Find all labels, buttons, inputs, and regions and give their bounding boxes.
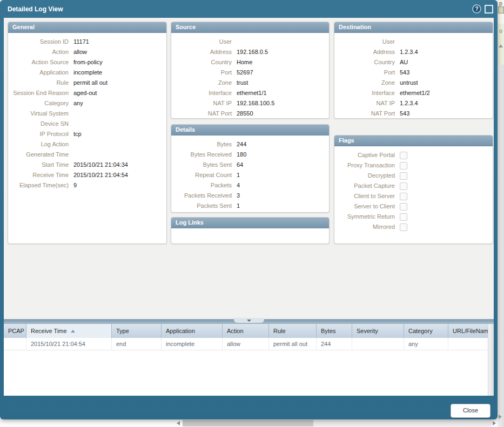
background-text-fragment: o	[498, 28, 504, 34]
proxy-transaction-checkbox[interactable]	[400, 162, 407, 170]
flags-panel-header: Flags	[334, 135, 493, 146]
column-header-application[interactable]: Application	[162, 324, 223, 338]
field-value: 192.168.100.5	[237, 98, 274, 109]
field-label: User	[171, 37, 232, 47]
flag-label: Captive Portal	[334, 150, 395, 160]
field-row: Address1.2.3.4	[334, 47, 493, 57]
field-label: Packets Received	[171, 191, 232, 201]
field-label: Log Action	[8, 139, 69, 150]
dialog-body: General Session ID11171 Actionallow Acti…	[4, 18, 494, 317]
chevron-down-icon	[247, 320, 251, 322]
column-header-pcap[interactable]: PCAP	[4, 324, 26, 338]
field-row: Port52697	[171, 67, 329, 78]
close-button[interactable]: Close	[451, 404, 490, 418]
log-links-panel-header: Log Links	[171, 218, 329, 228]
field-value: untrust	[400, 78, 418, 88]
field-row: Interfaceethernet1/2	[334, 88, 493, 98]
field-value: 52697	[237, 67, 253, 78]
field-row: Virtual System	[8, 109, 166, 119]
field-value: permit all out	[73, 78, 107, 88]
field-label: User	[334, 37, 395, 47]
field-value: any	[73, 98, 83, 109]
field-row: CountryAU	[334, 57, 493, 67]
field-row: NAT IP192.168.100.5	[171, 98, 329, 109]
general-panel-body: Session ID11171 Actionallow Action Sourc…	[8, 33, 166, 191]
field-value: 9	[73, 180, 77, 191]
field-label: Elapsed Time(sec)	[8, 180, 69, 191]
field-row: Device SN	[8, 119, 166, 129]
field-row: Session ID11171	[8, 37, 166, 47]
flag-row: Decrypted	[334, 171, 493, 181]
field-label: Packets Sent	[171, 201, 232, 211]
flag-row: Mirrored	[334, 222, 493, 232]
cell-bytes: 244	[317, 338, 352, 350]
flag-label: Packet Capture	[334, 181, 395, 191]
field-label: Interface	[171, 88, 232, 98]
field-row: Receive Time2015/10/21 21:04:54	[8, 170, 166, 180]
field-label: Receive Time	[8, 170, 69, 180]
cell-pcap	[4, 338, 26, 350]
field-value: Home	[237, 57, 252, 67]
destination-panel: Destination User Address1.2.3.4 CountryA…	[334, 22, 493, 119]
destination-panel-body: User Address1.2.3.4 CountryAU Port543 Zo…	[334, 33, 493, 119]
field-row: NAT Port28550	[171, 109, 329, 119]
scrollbar-right-icon[interactable]	[493, 421, 496, 425]
cell-receive-time: 2015/10/21 21:04:54	[26, 338, 112, 350]
cell-rule: permit all out	[269, 338, 317, 350]
cell-url-filename	[448, 338, 488, 350]
scrollbar-thumb[interactable]	[183, 420, 313, 426]
field-label: Bytes	[171, 139, 232, 150]
flag-label: Mirrored	[334, 222, 395, 232]
mirrored-checkbox[interactable]	[400, 223, 407, 231]
splitter-collapse-handle[interactable]	[234, 318, 264, 323]
field-value: 2015/10/21 21:04:54	[73, 170, 128, 180]
titlebar-icons: ?	[472, 4, 493, 13]
table-row[interactable]: 2015/10/21 21:04:54 end incomplete allow…	[4, 338, 494, 350]
client-to-server-checkbox[interactable]	[400, 193, 407, 200]
scrollbar-left-icon[interactable]	[177, 421, 180, 425]
scrollbar-up-icon[interactable]	[499, 44, 503, 48]
field-label: Session ID	[8, 37, 69, 47]
field-value: from-policy	[73, 57, 103, 67]
field-label: Virtual System	[8, 109, 69, 119]
column-header-action[interactable]: Action	[223, 324, 269, 338]
field-label: Device SN	[8, 119, 69, 129]
field-row: Interfaceethernet1/1	[171, 88, 329, 98]
scrollbar-right-icon[interactable]	[499, 415, 502, 419]
field-value: allow	[73, 47, 87, 57]
field-row: Packets4	[171, 180, 329, 191]
cell-severity	[352, 338, 404, 350]
flag-row: Server to Client	[334, 201, 493, 212]
packet-capture-checkbox[interactable]	[400, 182, 407, 190]
details-panel-header: Details	[171, 125, 329, 135]
flags-panel: Flags Captive Portal Proxy Transaction D…	[334, 135, 493, 244]
server-to-client-checkbox[interactable]	[400, 203, 407, 211]
flag-label: Server to Client	[334, 201, 395, 212]
field-value: 1.2.3.4	[400, 47, 418, 57]
field-label: Repeat Count	[171, 170, 232, 180]
decrypted-checkbox[interactable]	[400, 172, 407, 180]
column-header-type[interactable]: Type	[112, 324, 162, 338]
field-label: Packets	[171, 180, 232, 191]
cell-application: incomplete	[162, 338, 223, 350]
flag-row: Packet Capture	[334, 181, 493, 191]
column-header-url-filename[interactable]: URL/FileName	[448, 324, 488, 338]
field-label: Address	[334, 47, 395, 57]
field-value: trust	[237, 78, 248, 88]
field-label: Action	[8, 47, 69, 57]
maximize-icon[interactable]	[485, 5, 493, 13]
cell-type: end	[112, 338, 162, 350]
field-value: ethernet1/1	[237, 88, 267, 98]
table-scrollbar-gutter[interactable]	[488, 324, 494, 396]
symmetric-return-checkbox[interactable]	[400, 213, 407, 221]
column-header-label: Receive Time	[31, 324, 67, 338]
column-header-bytes[interactable]: Bytes	[317, 324, 352, 338]
column-header-rule[interactable]: Rule	[269, 324, 317, 338]
field-value: 192.168.0.5	[237, 47, 268, 57]
column-header-receive-time[interactable]: Receive Time	[26, 324, 112, 338]
splitter-bar[interactable]	[4, 317, 494, 324]
captive-portal-checkbox[interactable]	[400, 152, 407, 159]
column-header-severity[interactable]: Severity	[352, 324, 404, 338]
help-icon[interactable]: ?	[472, 4, 481, 13]
column-header-category[interactable]: Category	[404, 324, 448, 338]
